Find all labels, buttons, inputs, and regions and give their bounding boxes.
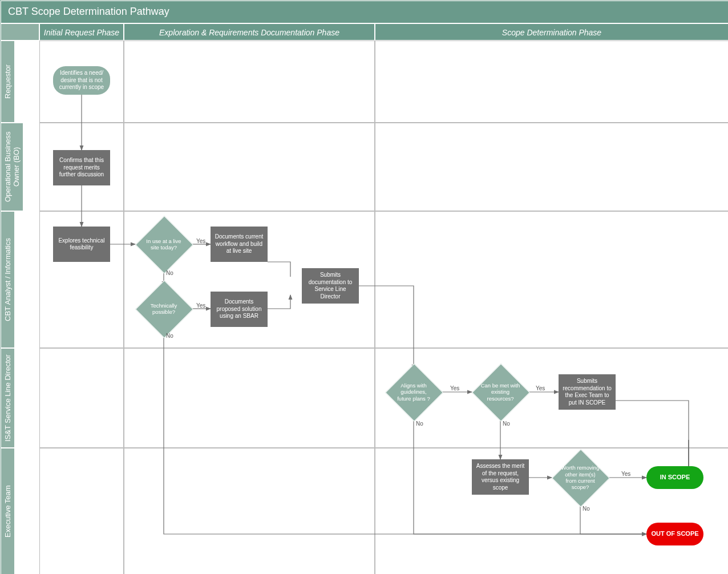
label-no: No (416, 421, 423, 427)
label-yes: Yes (196, 302, 205, 309)
label-no: No (583, 506, 590, 512)
diagram-container: CBT Scope Determination Pathway Initial … (0, 0, 728, 574)
header-corner (1, 23, 39, 41)
phase-initial: Initial Request Phase (39, 23, 124, 41)
decision-resources: Can be met with existing resources? (472, 369, 529, 415)
label-yes: Yes (450, 385, 459, 391)
node-doc-sbar: Documents proposed solution using an SBA… (211, 292, 268, 327)
decision-worth-removing: Worth removing other item(s) from curren… (552, 455, 609, 500)
decision-live-site: In use at a live site today? (135, 221, 192, 267)
terminator-out-of-scope: OUT OF SCOPE (646, 523, 703, 545)
node-assess: Assesses the merit of the request, versu… (472, 459, 529, 495)
node-explores: Explores technical feasibility (53, 227, 110, 262)
lane-executive-team: Executive Team (1, 448, 15, 574)
lane-cbt-analyst: CBT Analyst / Informatics (1, 211, 15, 348)
node-submits-sld: Submits documentation to Service Line Di… (302, 268, 359, 304)
phase-scope: Scope Determination Phase (375, 23, 728, 41)
phase-exploration: Exploration & Requirements Documentation… (124, 23, 375, 41)
label-no: No (503, 421, 510, 427)
swimlane-headers: Requestor Operational Business Owner (BO… (1, 41, 39, 574)
label-no: No (166, 270, 173, 276)
diagram-grid: Identifies a need/ desire that is not cu… (39, 41, 728, 574)
label-yes: Yes (621, 471, 630, 477)
label-yes: Yes (196, 238, 205, 244)
phase-header-row: Initial Request Phase Exploration & Requ… (1, 23, 728, 41)
terminator-in-scope: IN SCOPE (646, 466, 703, 489)
label-yes: Yes (536, 385, 545, 391)
diagram-title: CBT Scope Determination Pathway (1, 1, 728, 23)
node-submit-recommendation: Submits recommendation to the Exec Team … (559, 374, 616, 410)
label-no: No (166, 333, 173, 339)
node-start: Identifies a need/ desire that is not cu… (53, 66, 110, 95)
lane-service-line-director: IS&T Service Line Director (1, 348, 15, 448)
lane-requestor: Requestor (1, 41, 15, 123)
decision-technically-possible: Technically possible? (135, 286, 192, 332)
decision-aligns: Aligns with guidelines, future plans ? (385, 369, 442, 415)
lane-business-owner: Operational Business Owner (BO) (1, 123, 23, 211)
node-confirms: Confirms that this request merits furthe… (53, 150, 110, 185)
node-doc-live: Documents current workflow and build at … (211, 227, 268, 262)
